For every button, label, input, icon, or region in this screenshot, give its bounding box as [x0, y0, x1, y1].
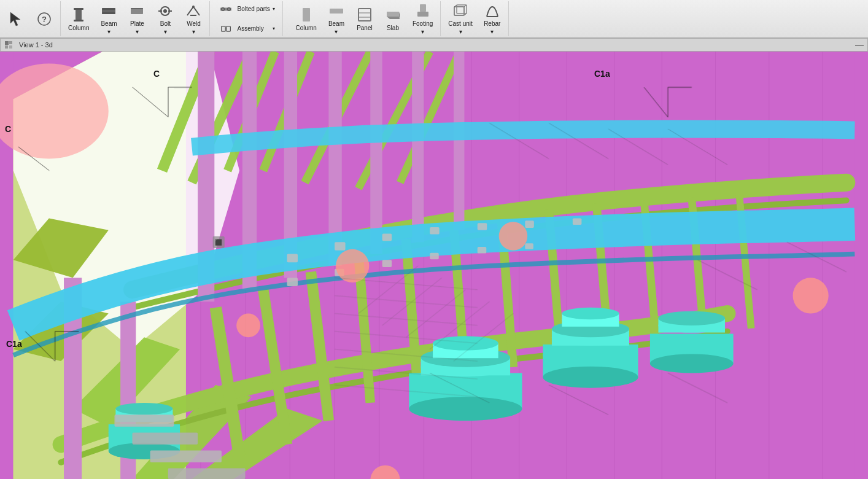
footing-concrete-label: Footing	[413, 20, 433, 27]
concrete-section: Column Beam ▾ Panel	[288, 1, 441, 36]
svg-rect-20	[222, 26, 226, 31]
svg-rect-126	[478, 223, 487, 230]
plate-steel-button[interactable]: Plate ▾	[123, 2, 150, 36]
weld-steel-label: Weld	[187, 20, 201, 27]
svg-rect-128	[573, 218, 582, 225]
svg-rect-30	[454, 7, 464, 15]
svg-rect-134	[525, 243, 533, 249]
cast-rebar-section: Cast unit ▾ Rebar ▾	[441, 1, 508, 36]
footing-concrete-button[interactable]: Footing ▾	[408, 2, 438, 36]
svg-point-94	[409, 397, 522, 421]
bolted-parts-assembly-button[interactable]: Bolted parts ▾ Assembly ▾	[212, 2, 280, 36]
select-icon	[7, 10, 25, 28]
bolt-steel-button[interactable]: Bolt ▾	[152, 2, 179, 36]
nav-cube: ⬛	[212, 236, 224, 248]
panel-concrete-button[interactable]: Panel	[351, 2, 378, 36]
svg-point-141	[236, 314, 260, 338]
bolt-steel-label: Bolt	[160, 20, 171, 27]
svg-point-121	[115, 403, 172, 415]
svg-rect-23	[303, 8, 310, 21]
viewport[interactable]: ⬛ C C C1a C1a	[0, 52, 868, 479]
beam-concrete-button[interactable]: Beam ▾	[323, 2, 350, 36]
weld-steel-button[interactable]: Weld ▾	[180, 2, 207, 36]
svg-text:⬛: ⬛	[215, 239, 223, 246]
svg-rect-133	[478, 247, 487, 254]
svg-rect-137	[150, 450, 222, 462]
slab-concrete-label: Slab	[387, 25, 399, 31]
view-title-bar: View 1 - 3d —	[0, 38, 868, 52]
question-icon: ?	[36, 10, 53, 28]
svg-rect-89	[454, 52, 464, 230]
assembly-label: Assembly	[237, 25, 263, 32]
slab-concrete-button[interactable]: Slab	[379, 2, 406, 36]
svg-rect-125	[430, 227, 440, 235]
rebar-button[interactable]: Rebar ▾	[479, 2, 506, 36]
svg-rect-29	[417, 12, 428, 17]
svg-rect-24	[330, 9, 343, 14]
svg-rect-39	[9, 45, 12, 49]
beam-concrete-label: Beam	[328, 20, 344, 27]
question-button[interactable]: ?	[31, 2, 58, 36]
bolted-parts-icon	[217, 1, 234, 18]
plate-dropdown-arrow: ▾	[136, 28, 139, 35]
svg-point-109	[562, 308, 619, 319]
svg-rect-127	[525, 220, 534, 228]
plate-steel-icon	[128, 3, 145, 19]
toolbar: ? Column Be	[0, 0, 868, 38]
svg-rect-37	[9, 41, 12, 44]
view-container: View 1 - 3d —	[0, 38, 868, 479]
column-steel-label: Column	[68, 25, 89, 31]
cast-unit-arrow: ▾	[459, 28, 462, 35]
svg-rect-38	[5, 45, 8, 49]
bolted-parts-label: Bolted parts	[237, 6, 269, 12]
svg-rect-138	[168, 469, 246, 479]
beam-dropdown-arrow: ▾	[107, 28, 110, 35]
panel-concrete-icon	[356, 6, 373, 23]
svg-rect-122	[287, 254, 298, 263]
beam-concrete-arrow: ▾	[335, 28, 338, 35]
view-title: View 1 - 3d	[19, 41, 53, 49]
bolt-steel-icon	[157, 3, 174, 19]
svg-rect-88	[412, 52, 424, 242]
svg-rect-136	[133, 432, 198, 444]
svg-rect-87	[370, 52, 382, 254]
column-steel-button[interactable]: Column	[63, 2, 94, 36]
scene-svg: ⬛	[0, 52, 868, 479]
assembly-dropdown-arrow: ▾	[273, 26, 275, 31]
svg-rect-25	[358, 9, 371, 21]
svg-text:?: ?	[42, 15, 47, 24]
svg-point-140	[499, 222, 528, 251]
rebar-arrow: ▾	[490, 28, 494, 35]
svg-point-142	[793, 278, 829, 313]
svg-rect-8	[102, 12, 115, 14]
svg-rect-3	[76, 8, 82, 21]
cast-unit-button[interactable]: Cast unit ▾	[443, 2, 477, 36]
panel-concrete-label: Panel	[357, 25, 373, 31]
rebar-icon	[484, 3, 501, 19]
select-tool-button[interactable]	[2, 2, 29, 36]
cast-unit-label: Cast unit	[448, 20, 472, 27]
svg-rect-132	[430, 253, 439, 260]
beam-steel-button[interactable]: Beam ▾	[95, 2, 122, 36]
beam-steel-icon	[100, 3, 117, 19]
svg-rect-4	[74, 8, 83, 10]
svg-rect-123	[335, 242, 345, 251]
svg-rect-36	[5, 41, 9, 45]
svg-rect-124	[382, 234, 392, 241]
plate-steel-label: Plate	[130, 20, 144, 27]
svg-rect-7	[102, 8, 115, 10]
bolted-parts-row: Bolted parts ▾	[217, 1, 275, 18]
weld-steel-icon	[185, 3, 202, 19]
minimize-button[interactable]: —	[855, 40, 864, 50]
svg-point-15	[192, 6, 195, 8]
footing-dropdown-arrow: ▾	[421, 28, 424, 35]
svg-rect-129	[287, 278, 298, 286]
bolt-dropdown-arrow: ▾	[164, 28, 167, 35]
steel-section: Column Beam ▾ Plate ▾	[61, 1, 210, 36]
svg-point-100	[433, 336, 498, 350]
svg-rect-21	[227, 26, 231, 31]
svg-rect-10	[131, 8, 143, 9]
column-concrete-button[interactable]: Column	[290, 2, 321, 36]
svg-rect-5	[74, 20, 83, 21]
rebar-label: Rebar	[484, 20, 500, 27]
